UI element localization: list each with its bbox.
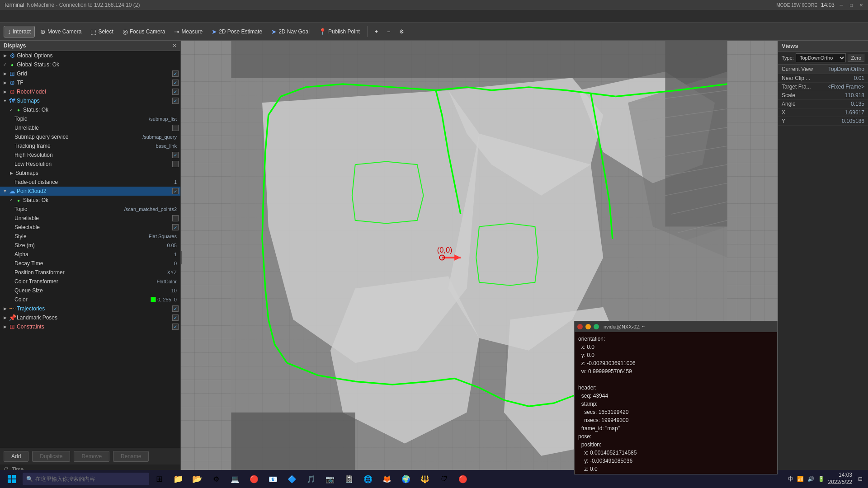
submaps-highres-checkbox[interactable]	[172, 152, 179, 158]
tree-item-pc2-colortrans[interactable]: Color Transformer FlatColor	[0, 277, 180, 286]
submaps-label: Submaps	[17, 98, 170, 104]
tree-item-pc2-decay[interactable]: Decay Time 0	[0, 259, 180, 268]
tf-checkbox[interactable]	[172, 80, 179, 86]
minimize-button[interactable]: ─	[838, 2, 844, 8]
constraints-checkbox[interactable]	[172, 324, 179, 330]
tree-item-pc2-color[interactable]: Color 0; 255; 0	[0, 295, 180, 304]
tree-item-pc2-size[interactable]: Size (m) 0.05	[0, 241, 180, 250]
taskbar-icon-app13[interactable]: 🛡	[435, 471, 453, 487]
tree-item-landmark-poses[interactable]: ▶ 📌 Landmark Poses	[0, 313, 180, 322]
tree-item-pc2-alpha[interactable]: Alpha 1	[0, 250, 180, 259]
zoom-out-button[interactable]: −	[383, 27, 394, 37]
tree-item-grid[interactable]: ▶ ⊞ Grid	[0, 69, 180, 78]
submaps-checkbox[interactable]	[172, 98, 179, 104]
view-options-button[interactable]: ⚙	[396, 27, 408, 37]
tree-arrow-pointcloud2: ▼	[2, 188, 8, 194]
maximize-button[interactable]: □	[848, 2, 854, 8]
grid-checkbox[interactable]	[172, 70, 179, 77]
displays-close-icon[interactable]: ✕	[172, 42, 177, 49]
taskbar-icon-app2[interactable]: 💻	[226, 471, 244, 487]
tree-item-submaps-query[interactable]: Submap query service /submap_query	[0, 132, 180, 141]
tree-item-pc2-topic[interactable]: Topic /scan_matched_points2	[0, 205, 180, 214]
tree-item-trajectories[interactable]: ▶ 〰 Trajectories	[0, 304, 180, 313]
tree-item-robotmodel[interactable]: ▶ ⊙ RobotModel	[0, 87, 180, 96]
tree-item-global-options[interactable]: ▶ ⚙ Global Options	[0, 51, 180, 60]
taskbar-icon-explorer[interactable]: 📁	[169, 471, 187, 487]
center-viewport[interactable]: (0,0) ◀ nvidia@NXX-02: ~ orientation:	[181, 41, 778, 474]
taskbar-icon-app9[interactable]: 🌐	[359, 471, 377, 487]
remove-button[interactable]: Remove	[74, 451, 109, 462]
taskbar-date: 2022/5/22	[828, 479, 852, 486]
pc2-selectable-checkbox[interactable]	[172, 224, 179, 230]
terminal-close-button[interactable]	[577, 324, 583, 329]
taskbar-volume-icon[interactable]: 🔊	[807, 476, 814, 482]
tree-item-submaps-fade[interactable]: Fade-out distance 1	[0, 178, 180, 187]
tree-item-submaps-sub[interactable]: ▶ Submaps	[0, 169, 180, 178]
taskbar-icon-folder[interactable]: 📂	[188, 471, 206, 487]
collapse-sidebar-button[interactable]: ◀	[181, 251, 182, 264]
tree-item-submaps-lowres[interactable]: Low Resolution	[0, 160, 180, 169]
interact-button[interactable]: ↕ Interact	[4, 26, 35, 38]
add-button[interactable]: Add	[4, 451, 28, 462]
targetframe-value: <Fixed Frame>	[828, 84, 864, 90]
submaps-unreliable-checkbox[interactable]	[172, 125, 179, 131]
terminal-content[interactable]: orientation: x: 0.0 y: 0.0 z: -0.0029303…	[575, 332, 777, 474]
tree-item-pc2-status[interactable]: ✓ ● Status: Ok	[0, 196, 180, 205]
rename-button[interactable]: Rename	[113, 451, 149, 462]
taskbar-icon-app8[interactable]: 📓	[340, 471, 358, 487]
taskbar-icon-tasklist[interactable]: ⊞	[150, 471, 168, 487]
views-zero-button[interactable]: Zero	[848, 54, 864, 62]
tree-item-submaps-topic[interactable]: Topic /submap_list	[0, 114, 180, 123]
start-button[interactable]	[2, 471, 22, 487]
tree-item-pointcloud2[interactable]: ▼ ☁ PointCloud2	[0, 187, 180, 196]
taskbar-show-desktop-icon[interactable]: ⊟	[856, 476, 863, 482]
tree-item-pc2-style[interactable]: Style Flat Squares	[0, 232, 180, 241]
taskbar-icon-app10[interactable]: 🦊	[378, 471, 396, 487]
tree-item-submaps-frame[interactable]: Tracking frame base_link	[0, 141, 180, 150]
taskbar-icon-app6[interactable]: 🎵	[302, 471, 320, 487]
pose-estimate-button[interactable]: ➤ 2D Pose Estimate	[208, 26, 266, 37]
nav-goal-button[interactable]: ➤ 2D Nav Goal	[268, 26, 313, 37]
taskbar-icon-app5[interactable]: 🔷	[283, 471, 301, 487]
search-input[interactable]	[23, 473, 149, 485]
taskbar-icon-app12[interactable]: 🔱	[416, 471, 434, 487]
tree-item-global-status[interactable]: ✓ ● Global Status: Ok	[0, 60, 180, 69]
tree-item-submaps-status[interactable]: ✓ ● Status: Ok	[0, 105, 180, 114]
taskbar-icon-app11[interactable]: 🌍	[397, 471, 415, 487]
tree-item-submaps-unreliable[interactable]: Unreliable	[0, 123, 180, 132]
terminal-minimize-button[interactable]	[585, 324, 591, 329]
zoom-in-button[interactable]: +	[371, 27, 382, 37]
tree-item-submaps[interactable]: ▼ 🗺 Submaps	[0, 96, 180, 105]
focus-camera-button[interactable]: ◎ Focus Camera	[119, 26, 169, 37]
tree-item-pc2-queue[interactable]: Queue Size 10	[0, 286, 180, 295]
tree-item-constraints[interactable]: ▶ ⊞ Constraints	[0, 322, 180, 331]
tree-item-pc2-unreliable[interactable]: Unreliable	[0, 214, 180, 223]
publish-icon: 📍	[319, 28, 326, 35]
trajectories-checkbox[interactable]	[172, 305, 179, 312]
pc2-queue-label: Queue Size	[14, 287, 171, 294]
landmark-checkbox[interactable]	[172, 314, 179, 321]
tree-item-pc2-selectable[interactable]: Selectable	[0, 223, 180, 232]
robotmodel-checkbox[interactable]	[172, 89, 179, 95]
tree-item-tf[interactable]: ▶ ⊕ TF	[0, 78, 180, 87]
terminal-maximize-button[interactable]	[594, 324, 599, 329]
taskbar-icon-app7[interactable]: 📷	[321, 471, 339, 487]
close-button[interactable]: ✕	[858, 2, 864, 8]
taskbar-icon-app4[interactable]: 📧	[264, 471, 282, 487]
pc2-unreliable-checkbox[interactable]	[172, 215, 179, 221]
taskbar-icon-app14[interactable]: 🔴	[454, 471, 472, 487]
publish-point-button[interactable]: 📍 Publish Point	[315, 26, 363, 37]
submaps-lowres-checkbox[interactable]	[172, 161, 179, 167]
move-camera-button[interactable]: ⊕ Move Camera	[37, 26, 85, 37]
views-type-select[interactable]: TopDownOrtho	[796, 53, 846, 62]
taskbar-network-icon[interactable]: 📶	[797, 476, 804, 482]
taskbar-icon-app1[interactable]: ⚙	[207, 471, 225, 487]
pointcloud2-checkbox[interactable]	[172, 188, 179, 194]
select-button[interactable]: ⬚ Select	[87, 26, 117, 37]
duplicate-button[interactable]: Duplicate	[32, 451, 70, 462]
taskbar-icon-app3[interactable]: 🔴	[245, 471, 263, 487]
tree-item-submaps-highres[interactable]: High Resolution	[0, 150, 180, 160]
measure-button[interactable]: ⊸ Measure	[170, 26, 206, 37]
tree-item-pc2-position[interactable]: Position Transformer XYZ	[0, 268, 180, 277]
submaps-status-label: Status: Ok	[23, 107, 179, 113]
